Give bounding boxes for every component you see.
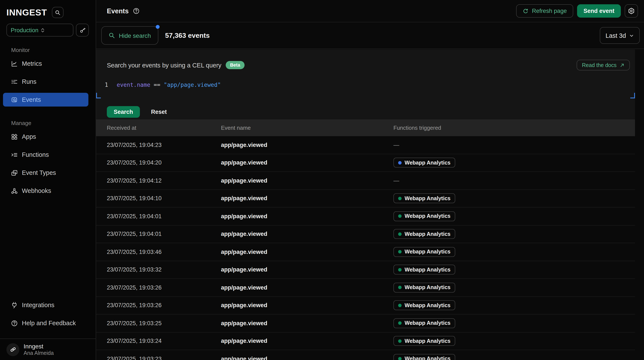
sidebar-item-label: Functions xyxy=(22,151,49,158)
code-token-string: "app/page.viewed" xyxy=(164,82,221,88)
table-row[interactable]: 23/07/2025, 19:04:20app/page.viewedWebap… xyxy=(96,154,635,172)
refresh-icon xyxy=(522,8,528,14)
chevrons-up-down-icon xyxy=(40,27,69,33)
table-row[interactable]: 23/07/2025, 19:04:01app/page.viewedWebap… xyxy=(96,225,635,243)
function-status-dot xyxy=(398,304,402,307)
reset-button[interactable]: Reset xyxy=(151,109,167,115)
function-badge[interactable]: Webapp Analytics xyxy=(394,229,455,239)
sidebar-item-events[interactable]: Events xyxy=(3,93,88,107)
external-link-icon xyxy=(620,63,625,68)
no-function-dash: — xyxy=(394,178,399,184)
column-header-event-name: Event name xyxy=(221,125,394,131)
function-badge[interactable]: Webapp Analytics xyxy=(394,194,455,204)
table-row[interactable]: 23/07/2025, 19:03:26app/page.viewedWebap… xyxy=(96,297,635,314)
key-icon xyxy=(79,27,86,33)
column-header-received-at: Received at xyxy=(107,125,221,131)
function-status-dot xyxy=(398,250,402,254)
time-range-selector[interactable]: Last 3d xyxy=(600,27,640,44)
table-row[interactable]: 23/07/2025, 19:04:10app/page.viewedWebap… xyxy=(96,190,635,208)
function-badge-label: Webapp Analytics xyxy=(404,267,450,273)
cell-event-name: app/page.viewed xyxy=(221,142,394,148)
cell-event-name: app/page.viewed xyxy=(221,267,394,273)
function-badge[interactable]: Webapp Analytics xyxy=(394,211,455,221)
gear-icon xyxy=(628,7,635,15)
table-row[interactable]: 23/07/2025, 19:03:24app/page.viewedWebap… xyxy=(96,332,635,350)
search-icon xyxy=(55,10,60,15)
sidebar-item-webhooks[interactable]: Webhooks xyxy=(3,184,88,198)
sidebar-item-functions[interactable]: Functions xyxy=(3,148,88,161)
editor-corner-mark-right xyxy=(630,93,635,98)
sidebar-item-event-types[interactable]: Event Types xyxy=(3,166,88,179)
cell-functions-triggered: Webapp Analytics xyxy=(394,247,635,257)
function-badge[interactable]: Webapp Analytics xyxy=(394,336,455,346)
page-title: Events xyxy=(107,7,129,15)
page-help-icon[interactable] xyxy=(132,7,140,15)
header-actions: Refresh page Send event xyxy=(516,4,638,18)
search-button[interactable]: Search xyxy=(107,106,140,118)
function-badge[interactable]: Webapp Analytics xyxy=(394,318,455,328)
inngest-avatar xyxy=(6,343,19,356)
function-status-dot xyxy=(398,339,402,343)
function-badge[interactable]: Webapp Analytics xyxy=(394,354,455,360)
function-badge-label: Webapp Analytics xyxy=(404,285,450,291)
table-row[interactable]: 23/07/2025, 19:03:25app/page.viewedWebap… xyxy=(96,314,635,332)
sidebar-item-metrics[interactable]: Metrics xyxy=(3,57,88,70)
functions-icon xyxy=(11,151,18,158)
function-badge-label: Webapp Analytics xyxy=(404,302,450,308)
inngest-logo[interactable]: INNGEST xyxy=(6,7,47,18)
code-token-operator: == xyxy=(150,82,164,88)
settings-button[interactable] xyxy=(625,4,638,18)
refresh-page-button[interactable]: Refresh page xyxy=(516,4,573,18)
function-badge-label: Webapp Analytics xyxy=(404,213,450,219)
table-row[interactable]: 23/07/2025, 19:03:26app/page.viewedWebap… xyxy=(96,279,635,297)
sidebar-search-button[interactable] xyxy=(52,7,63,18)
section-label-manage: Manage xyxy=(0,120,96,126)
function-status-dot xyxy=(398,215,402,218)
plug-icon xyxy=(11,301,18,309)
read-the-docs-link[interactable]: Read the docs xyxy=(577,60,630,70)
cell-event-name: app/page.viewed xyxy=(221,249,394,255)
function-badge[interactable]: Webapp Analytics xyxy=(394,283,455,293)
function-badge[interactable]: Webapp Analytics xyxy=(394,158,455,168)
table-row[interactable]: 23/07/2025, 19:03:23app/page.viewedWebap… xyxy=(96,350,635,360)
cell-functions-triggered: Webapp Analytics xyxy=(394,354,635,360)
function-badge-label: Webapp Analytics xyxy=(404,356,450,360)
send-event-button[interactable]: Send event xyxy=(577,4,621,18)
table-row[interactable]: 23/07/2025, 19:04:23app/page.viewed— xyxy=(96,136,635,154)
table-row[interactable]: 23/07/2025, 19:04:12app/page.viewed— xyxy=(96,172,635,190)
sidebar-spacer xyxy=(0,202,96,298)
function-badge[interactable]: Webapp Analytics xyxy=(394,300,455,310)
sidebar-item-label: Metrics xyxy=(22,60,42,67)
sidebar-item-label: Webhooks xyxy=(22,187,51,194)
cel-panel-header: Search your events by using a CEL query … xyxy=(96,49,635,70)
sidebar-item-runs[interactable]: Runs xyxy=(3,75,88,88)
cel-query-editor[interactable]: 1 event.name == "app/page.viewed" xyxy=(96,78,635,98)
cell-event-name: app/page.viewed xyxy=(221,195,394,202)
function-badge[interactable]: Webapp Analytics xyxy=(394,265,455,275)
notification-dot xyxy=(156,25,160,29)
events-toolbar: Hide search 57,363 events Last 3d xyxy=(96,22,644,49)
sidebar-item-apps[interactable]: Apps xyxy=(3,130,88,143)
section-label-monitor: Monitor xyxy=(0,47,96,53)
cell-functions-triggered: Webapp Analytics xyxy=(394,229,635,239)
sidebar-item-integrations[interactable]: Integrations xyxy=(3,298,88,312)
hide-search-button[interactable]: Hide search xyxy=(101,26,158,45)
table-row[interactable]: 23/07/2025, 19:03:46app/page.viewedWebap… xyxy=(96,243,635,261)
table-row[interactable]: 23/07/2025, 19:04:01app/page.viewedWebap… xyxy=(96,208,635,225)
sidebar: INNGEST Production Monitor xyxy=(0,0,96,360)
account-menu[interactable]: Inngest Ana Almeida xyxy=(0,339,96,360)
table-row[interactable]: 23/07/2025, 19:03:32app/page.viewedWebap… xyxy=(96,261,635,279)
cell-received-at: 23/07/2025, 19:03:26 xyxy=(107,302,221,309)
cell-event-name: app/page.viewed xyxy=(221,159,394,166)
function-badge[interactable]: Webapp Analytics xyxy=(394,247,455,257)
table-header-row: Received at Event name Functions trigger… xyxy=(96,119,635,136)
event-keys-button[interactable] xyxy=(76,24,89,37)
function-status-dot xyxy=(398,321,402,325)
cell-functions-triggered: Webapp Analytics xyxy=(394,265,635,275)
environment-selector[interactable]: Production xyxy=(6,24,73,37)
hide-search-label: Hide search xyxy=(119,32,151,39)
environment-label: Production xyxy=(11,27,40,33)
code-token-property: event.name xyxy=(117,82,150,88)
sidebar-item-help-feedback[interactable]: Help and Feedback xyxy=(3,316,88,330)
events-table: Received at Event name Functions trigger… xyxy=(96,119,635,360)
